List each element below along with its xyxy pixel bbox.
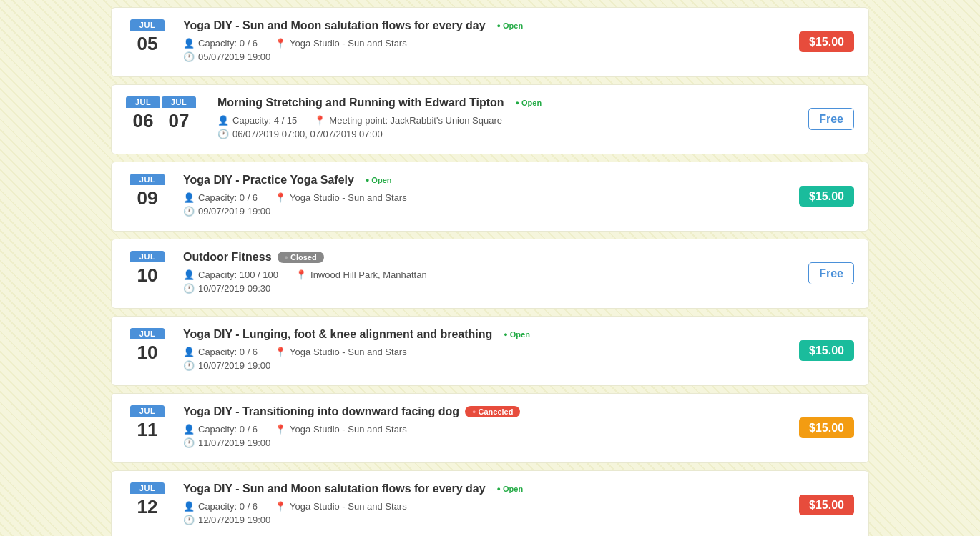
- event-price: $15.00: [799, 422, 854, 435]
- date-badge-double: JUL 06 JUL 07: [126, 96, 203, 133]
- event-details: Yoga DIY - Sun and Moon salutation flows…: [183, 19, 785, 65]
- event-meta-capacity: 👤 Capacity: 4 / 15 📍 Meeting point: Jack…: [217, 115, 794, 126]
- datetime-text: 05/07/2019 19:00: [198, 51, 270, 62]
- event-card[interactable]: JUL 11 Yoga DIY - Transitioning into dow…: [111, 393, 869, 463]
- date-block: JUL 11: [130, 405, 165, 442]
- date-block: JUL 10: [130, 328, 165, 364]
- event-title-row: Yoga DIY - Sun and Moon salutation flows…: [183, 482, 785, 495]
- event-title: Outdoor Fitness: [183, 251, 272, 264]
- day-number: 12: [130, 494, 165, 519]
- event-price: $15.00: [799, 36, 854, 49]
- day-number-2: 07: [162, 108, 196, 133]
- datetime-text: 10/07/2019 09:30: [198, 283, 270, 294]
- capacity-item: 👤 Capacity: 4 / 15: [217, 115, 297, 126]
- event-meta-capacity: 👤 Capacity: 0 / 6 📍 Yoga Studio - Sun an…: [183, 424, 785, 435]
- clock-icon: 🕐: [183, 437, 195, 448]
- capacity-item: 👤 Capacity: 0 / 6: [183, 501, 258, 512]
- date-badge: JUL 05: [126, 19, 169, 56]
- capacity-item: 👤 Capacity: 0 / 6: [183, 38, 258, 49]
- status-badge-open: Open: [510, 97, 548, 109]
- capacity-text: Capacity: 4 / 15: [232, 115, 297, 126]
- date-block: JUL 09: [130, 174, 165, 210]
- event-card[interactable]: JUL 12 Yoga DIY - Sun and Moon salutatio…: [111, 470, 869, 536]
- event-meta-datetime: 🕐 09/07/2019 19:00: [183, 206, 785, 217]
- event-title-row: Morning Stretching and Running with Edwa…: [217, 96, 794, 109]
- datetime-item: 🕐 10/07/2019 09:30: [183, 283, 270, 294]
- month-label: JUL: [130, 174, 165, 185]
- clock-icon: 🕐: [183, 51, 195, 62]
- event-title-row: Outdoor Fitness Closed: [183, 251, 794, 264]
- capacity-item: 👤 Capacity: 0 / 6: [183, 347, 258, 357]
- month-label: JUL: [130, 328, 165, 339]
- event-title: Yoga DIY - Transitioning into downward f…: [183, 405, 459, 418]
- location-icon: 📍: [295, 269, 307, 280]
- location-text: Yoga Studio - Sun and Stars: [290, 38, 407, 49]
- date-block: JUL 10: [130, 251, 165, 287]
- date-badge: JUL 12: [126, 482, 169, 519]
- event-title-row: Yoga DIY - Lunging, foot & knee alignmen…: [183, 328, 785, 341]
- person-icon: 👤: [183, 38, 195, 49]
- location-icon: 📍: [275, 347, 286, 357]
- event-card[interactable]: JUL 05 Yoga DIY - Sun and Moon salutatio…: [111, 7, 869, 77]
- datetime-item: 🕐 11/07/2019 19:00: [183, 437, 270, 448]
- location-item: 📍 Yoga Studio - Sun and Stars: [275, 424, 407, 435]
- day-number: 06: [126, 108, 160, 133]
- event-meta-capacity: 👤 Capacity: 0 / 6 📍 Yoga Studio - Sun an…: [183, 192, 785, 203]
- event-card[interactable]: JUL 10 Yoga DIY - Lunging, foot & knee a…: [111, 316, 869, 386]
- event-meta-datetime: 🕐 06/07/2019 07:00, 07/07/2019 07:00: [217, 129, 794, 139]
- price-badge-teal: $15.00: [799, 340, 854, 361]
- location-item: 📍 Yoga Studio - Sun and Stars: [275, 347, 407, 357]
- datetime-text: 11/07/2019 19:00: [198, 437, 270, 448]
- capacity-item: 👤 Capacity: 0 / 6: [183, 192, 258, 203]
- status-badge-open: Open: [491, 20, 529, 31]
- datetime-item: 🕐 12/07/2019 19:00: [183, 515, 270, 525]
- datetime-text: 10/07/2019 19:00: [198, 360, 270, 371]
- location-item: 📍 Yoga Studio - Sun and Stars: [275, 38, 407, 49]
- event-card[interactable]: JUL 09 Yoga DIY - Practice Yoga Safely O…: [111, 162, 869, 232]
- event-card[interactable]: JUL 06 JUL 07 Morning Stretching and Run…: [111, 84, 869, 154]
- location-item: 📍 Yoga Studio - Sun and Stars: [275, 501, 407, 512]
- event-meta-capacity: 👤 Capacity: 0 / 6 📍 Yoga Studio - Sun an…: [183, 347, 785, 357]
- datetime-text: 12/07/2019 19:00: [198, 515, 270, 525]
- capacity-item: 👤 Capacity: 0 / 6: [183, 424, 258, 435]
- date-badge: JUL 09: [126, 174, 169, 210]
- date-badge: JUL 10: [126, 328, 169, 364]
- location-item: 📍 Yoga Studio - Sun and Stars: [275, 192, 407, 203]
- day-number: 09: [130, 185, 165, 210]
- capacity-text: Capacity: 0 / 6: [198, 192, 258, 203]
- event-meta-capacity: 👤 Capacity: 0 / 6 📍 Yoga Studio - Sun an…: [183, 501, 785, 512]
- location-item: 📍 Meeting point: JackRabbit's Union Squa…: [314, 115, 502, 126]
- event-title: Morning Stretching and Running with Edwa…: [217, 96, 504, 109]
- datetime-text: 09/07/2019 19:00: [198, 206, 270, 217]
- month-label: JUL: [130, 405, 165, 417]
- date-block: JUL 05: [130, 19, 165, 56]
- capacity-item: 👤 Capacity: 100 / 100: [183, 269, 278, 280]
- clock-icon: 🕐: [183, 360, 195, 371]
- datetime-item: 🕐 06/07/2019 07:00, 07/07/2019 07:00: [217, 129, 383, 139]
- event-title: Yoga DIY - Sun and Moon salutation flows…: [183, 19, 486, 32]
- price-badge-teal: $15.00: [799, 186, 854, 207]
- price-badge-red: $15.00: [799, 31, 854, 52]
- location-icon: 📍: [275, 501, 286, 512]
- event-price: $15.00: [799, 190, 854, 203]
- event-card[interactable]: JUL 10 Outdoor Fitness Closed 👤 Capacity…: [111, 239, 869, 309]
- event-details: Yoga DIY - Lunging, foot & knee alignmen…: [183, 328, 785, 374]
- person-icon: 👤: [183, 424, 195, 435]
- person-icon: 👤: [183, 501, 195, 512]
- datetime-item: 🕐 05/07/2019 19:00: [183, 51, 270, 62]
- event-price: Free: [808, 113, 854, 126]
- event-meta-capacity: 👤 Capacity: 0 / 6 📍 Yoga Studio - Sun an…: [183, 38, 785, 49]
- location-text: Yoga Studio - Sun and Stars: [290, 501, 407, 512]
- price-badge-free: Free: [808, 108, 854, 130]
- clock-icon: 🕐: [217, 129, 229, 139]
- person-icon: 👤: [183, 269, 195, 280]
- event-title-row: Yoga DIY - Practice Yoga Safely Open: [183, 174, 785, 187]
- location-text: Yoga Studio - Sun and Stars: [290, 347, 407, 357]
- person-icon: 👤: [183, 347, 195, 357]
- capacity-text: Capacity: 100 / 100: [198, 269, 278, 280]
- month-label: JUL: [130, 251, 165, 262]
- event-title-row: Yoga DIY - Sun and Moon salutation flows…: [183, 19, 785, 32]
- location-icon: 📍: [275, 38, 286, 49]
- event-details: Yoga DIY - Sun and Moon salutation flows…: [183, 482, 785, 528]
- event-price: Free: [808, 267, 854, 280]
